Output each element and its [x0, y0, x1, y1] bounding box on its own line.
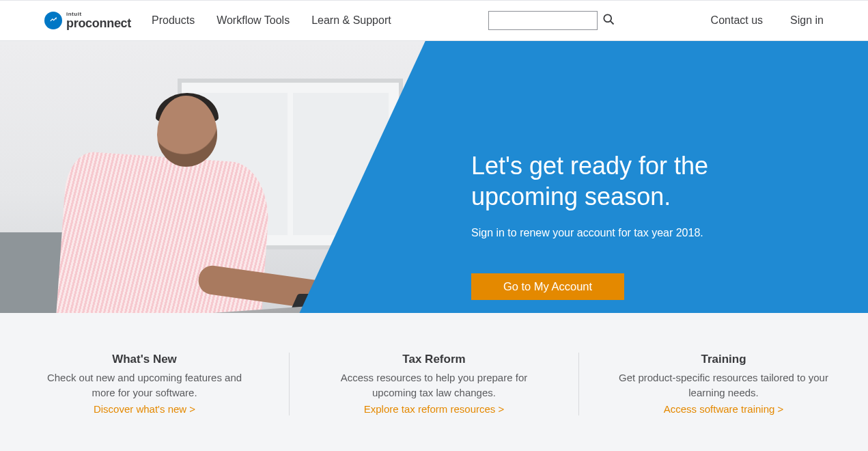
header-utility-links: Contact us Sign in [711, 14, 824, 27]
header: intuit proconnect Products Workflow Tool… [0, 0, 868, 41]
search [488, 11, 615, 30]
brand-logo-text: intuit proconnect [66, 12, 131, 29]
brand-name: proconnect [66, 17, 131, 29]
discover-whats-new-link[interactable]: Discover what's new > [94, 403, 195, 415]
hero-title-line1: Let's get ready for the [471, 152, 708, 180]
nav-workflow-tools[interactable]: Workflow Tools [216, 14, 290, 27]
search-icon[interactable] [602, 12, 615, 29]
card-tax-reform: Tax Reform Access resources to help you … [290, 353, 579, 415]
card-whats-new: What's New Check out new and upcoming fe… [0, 353, 290, 415]
card-training: Training Get product-specific resources … [579, 353, 868, 415]
card-body: Access resources to help you prepare for… [328, 370, 540, 400]
explore-tax-reform-link[interactable]: Explore tax reform resources > [364, 403, 505, 415]
search-input[interactable] [488, 11, 598, 30]
svg-point-0 [604, 14, 611, 22]
primary-nav: Products Workflow Tools Learn & Support [152, 14, 391, 27]
hero-title: Let's get ready for the upcoming season. [471, 150, 813, 212]
hero: Let's get ready for the upcoming season.… [0, 41, 868, 313]
nav-products[interactable]: Products [152, 14, 195, 27]
sign-in-link[interactable]: Sign in [790, 14, 824, 27]
go-to-my-account-button[interactable]: Go to My Account [471, 273, 624, 300]
nav-learn-support[interactable]: Learn & Support [311, 14, 391, 27]
card-title: What's New [38, 353, 251, 366]
hero-title-line2: upcoming season. [471, 182, 671, 210]
brand-logo-mark [44, 12, 62, 29]
hero-subtitle: Sign in to renew your account for tax ye… [471, 227, 813, 239]
info-cards: What's New Check out new and upcoming fe… [0, 313, 868, 451]
card-body: Check out new and upcoming features and … [38, 370, 251, 400]
card-body: Get product-specific resources tailored … [617, 370, 830, 400]
access-training-link[interactable]: Access software training > [664, 403, 784, 415]
contact-us-link[interactable]: Contact us [711, 14, 763, 27]
hero-content: Let's get ready for the upcoming season.… [471, 150, 813, 300]
card-title: Training [617, 353, 830, 366]
card-title: Tax Reform [328, 353, 540, 366]
brand-logo[interactable]: intuit proconnect [44, 12, 131, 29]
svg-line-1 [611, 21, 614, 25]
